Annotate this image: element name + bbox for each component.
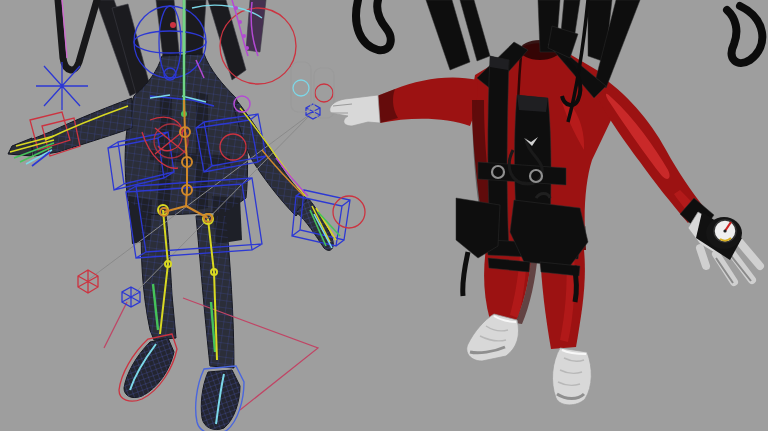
viewport-background bbox=[0, 0, 768, 431]
right-hip-pack bbox=[510, 200, 588, 266]
viewport-canvas[interactable] bbox=[0, 0, 768, 431]
3d-viewport[interactable] bbox=[0, 0, 768, 431]
